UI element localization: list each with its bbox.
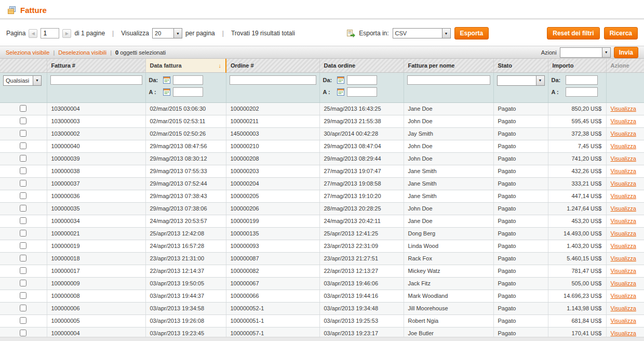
- view-invoice-link[interactable]: Visualizza: [611, 305, 636, 311]
- row-checkbox[interactable]: [20, 205, 26, 212]
- export-button[interactable]: Esporta: [454, 27, 489, 40]
- row-checkbox[interactable]: [20, 105, 26, 112]
- row-checkbox[interactable]: [20, 267, 26, 274]
- row-checkbox[interactable]: [20, 217, 26, 224]
- view-invoice-link[interactable]: Visualizza: [611, 318, 636, 324]
- table-row[interactable]: 10000004029/mag/2013 08:47:5610000021029…: [0, 140, 644, 152]
- per-page-select[interactable]: 20 ▼: [152, 28, 182, 38]
- view-invoice-link[interactable]: Visualizza: [611, 230, 636, 237]
- sort-desc-icon: ↓: [219, 62, 222, 69]
- row-checkbox[interactable]: [20, 317, 26, 324]
- row-checkbox[interactable]: [20, 117, 26, 124]
- order-date-to-input[interactable]: [347, 87, 377, 97]
- search-button[interactable]: Ricerca: [604, 27, 638, 40]
- calendar-icon[interactable]: [163, 76, 170, 84]
- view-invoice-link[interactable]: Visualizza: [611, 243, 636, 249]
- table-row[interactable]: 10000001722/apr/2013 12:14:3710000008222…: [0, 265, 644, 277]
- invoice-filter-input[interactable]: [50, 75, 142, 85]
- select-visible-link[interactable]: Seleziona visibile: [6, 49, 49, 56]
- table-row[interactable]: 10000000603/apr/2013 19:34:58100000052-1…: [0, 302, 644, 314]
- table-row[interactable]: 10300000302/mar/2015 02:53:1110000021129…: [0, 115, 644, 127]
- amount-to-input[interactable]: [566, 87, 598, 97]
- row-checkbox[interactable]: [20, 330, 26, 336]
- invoice-date-cell: 02/mar/2015 03:06:30: [145, 102, 226, 115]
- submit-button[interactable]: Invia: [614, 47, 638, 58]
- view-invoice-link[interactable]: Visualizza: [611, 330, 636, 336]
- table-row[interactable]: 10000003424/mag/2013 20:53:5710000019924…: [0, 215, 644, 227]
- row-checkbox[interactable]: [20, 230, 26, 237]
- view-invoice-link[interactable]: Visualizza: [611, 205, 636, 212]
- column-header-amount[interactable]: Importo: [548, 59, 606, 72]
- view-invoice-link[interactable]: Visualizza: [611, 255, 636, 261]
- order-date-from-input[interactable]: [347, 75, 377, 85]
- column-header-name[interactable]: Fattura per nome: [404, 59, 493, 72]
- filter-invoice-date-cell: Da: A :: [145, 72, 226, 102]
- row-checkbox[interactable]: [20, 167, 26, 174]
- column-header-status[interactable]: Stato: [493, 59, 548, 72]
- row-checkbox[interactable]: [20, 192, 26, 199]
- table-row[interactable]: 10000003629/mag/2013 07:38:4310000020527…: [0, 190, 644, 202]
- page-number-input[interactable]: [41, 28, 59, 38]
- column-header-invoice[interactable]: Fattura #: [47, 59, 145, 72]
- invoice-date-from-input[interactable]: [173, 75, 203, 85]
- row-checkbox[interactable]: [20, 280, 26, 286]
- view-invoice-link[interactable]: Visualizza: [611, 118, 636, 124]
- table-row[interactable]: 10000001823/apr/2013 21:31:0010000008723…: [0, 252, 644, 265]
- table-row[interactable]: 10000000903/apr/2013 19:50:0510000006703…: [0, 277, 644, 290]
- table-row[interactable]: 10300000402/mar/2015 03:06:3010000020225…: [0, 102, 644, 115]
- view-invoice-link[interactable]: Visualizza: [611, 155, 636, 162]
- view-invoice-link[interactable]: Visualizza: [611, 106, 636, 112]
- name-filter-input[interactable]: [407, 75, 490, 85]
- reset-filter-button[interactable]: Reset dei filtri: [547, 27, 599, 40]
- row-checkbox-cell: [0, 115, 47, 127]
- column-header-order[interactable]: Ordine #: [226, 59, 319, 72]
- amount-cell: 681,84 US$: [548, 314, 606, 327]
- deselect-visible-link[interactable]: Deseleziona visibili: [58, 49, 106, 56]
- calendar-icon[interactable]: [337, 88, 344, 96]
- view-invoice-link[interactable]: Visualizza: [611, 193, 636, 199]
- row-checkbox-cell: [0, 215, 47, 227]
- table-row[interactable]: 10000003929/mag/2013 08:30:1210000020829…: [0, 152, 644, 165]
- view-invoice-link[interactable]: Visualizza: [611, 280, 636, 286]
- status-filter-select[interactable]: ▼: [497, 75, 545, 86]
- row-checkbox[interactable]: [20, 142, 26, 149]
- row-checkbox[interactable]: [20, 305, 26, 311]
- row-checkbox[interactable]: [20, 255, 26, 261]
- column-header-invoice-date[interactable]: Data fattura ↓: [145, 59, 226, 72]
- column-header-order-date[interactable]: Data ordine: [319, 59, 404, 72]
- export-format-select[interactable]: CSV ▼: [393, 28, 451, 38]
- mass-select-filter[interactable]: Qualsiasi ▼: [3, 75, 42, 86]
- table-row[interactable]: 10000003729/mag/2013 07:52:4410000020427…: [0, 177, 644, 190]
- row-checkbox[interactable]: [20, 155, 26, 162]
- view-invoice-link[interactable]: Visualizza: [611, 218, 636, 224]
- view-invoice-link[interactable]: Visualizza: [611, 293, 636, 299]
- row-checkbox[interactable]: [20, 130, 26, 137]
- table-row[interactable]: 10000003829/mag/2013 07:55:3310000020327…: [0, 165, 644, 177]
- previous-page-button[interactable]: ◀: [29, 29, 37, 38]
- export-icon: [346, 29, 355, 37]
- table-row[interactable]: 10000002125/apr/2013 12:42:0810000013525…: [0, 227, 644, 240]
- actions-select[interactable]: ▼: [560, 47, 611, 58]
- calendar-icon[interactable]: [337, 76, 344, 84]
- invoice-number-cell: 100000017: [47, 265, 145, 277]
- table-row[interactable]: 10000000503/apr/2013 19:26:08100000051-1…: [0, 314, 644, 327]
- calendar-icon[interactable]: [163, 88, 170, 96]
- view-invoice-link[interactable]: Visualizza: [611, 268, 636, 274]
- row-checkbox[interactable]: [20, 242, 26, 249]
- view-invoice-link[interactable]: Visualizza: [611, 168, 636, 174]
- view-invoice-link[interactable]: Visualizza: [611, 180, 636, 187]
- table-row[interactable]: 10000000803/apr/2013 19:44:3710000006603…: [0, 290, 644, 302]
- row-checkbox[interactable]: [20, 180, 26, 187]
- row-checkbox[interactable]: [20, 292, 26, 299]
- amount-cell: 7,45 US$: [548, 140, 606, 152]
- invoice-date-to-input[interactable]: [173, 87, 203, 97]
- view-invoice-link[interactable]: Visualizza: [611, 143, 636, 149]
- next-page-button[interactable]: ▶: [62, 29, 71, 38]
- table-row[interactable]: 10300000202/mar/2015 02:50:2614500000330…: [0, 127, 644, 140]
- order-filter-input[interactable]: [230, 75, 316, 85]
- amount-from-input[interactable]: [566, 75, 598, 85]
- view-invoice-link[interactable]: Visualizza: [611, 130, 636, 137]
- invoice-date-cell: 02/mar/2015 02:50:26: [145, 127, 226, 140]
- table-row[interactable]: 10000003529/mag/2013 07:38:0610000020628…: [0, 202, 644, 215]
- table-row[interactable]: 10000001924/apr/2013 16:57:2810000009323…: [0, 240, 644, 252]
